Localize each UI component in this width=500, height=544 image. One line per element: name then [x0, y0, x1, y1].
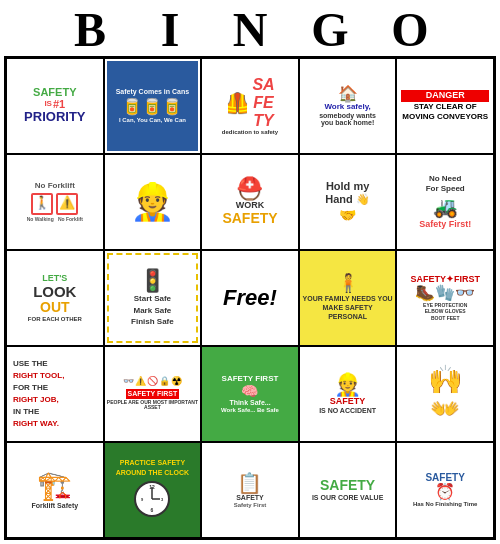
cell-pedestrian[interactable]: No Forklift 🚶 ⚠️ No Walking No Forklift	[6, 154, 104, 250]
cell-core-value[interactable]: SAFETY IS OUR CORE VALUE	[299, 442, 397, 538]
forklift-big-icon: 🏗️	[37, 471, 72, 502]
cell-hold-hand[interactable]: Hold my Hand 👋 🤝	[299, 154, 397, 250]
core-value-text: IS OUR CORE VALUE	[312, 494, 383, 502]
brain-icon: 🧠	[241, 384, 258, 399]
practice-safety-text: PRACTICE SAFETYAROUND THE CLOCK	[116, 458, 190, 476]
cell-worker-character[interactable]: 👷	[104, 154, 202, 250]
hardhat-icon: ⛑️	[236, 177, 263, 201]
cell-hands-yellow[interactable]: 🙌 👐	[396, 346, 494, 442]
worker-figure: 👷	[130, 182, 175, 222]
safety-gear-labels: EYE PROTECTIONELBOW GLOVESBOOT FEET	[423, 302, 467, 322]
cans-tagline: I Can, You Can, We Can	[119, 117, 186, 124]
people-asset-text: PEOPLE ARE OUR MOST IMPORTANT ASSET	[107, 400, 199, 411]
no-finishing-text: Has No Finishing Time	[413, 501, 478, 508]
raised-hands-icon: 🙌	[428, 365, 463, 396]
safety-icon-no: 🚫	[147, 377, 158, 387]
cell-right-tool[interactable]: USE THE RIGHT TOOL, FOR THE RIGHT JOB, I…	[6, 346, 104, 442]
safety-big-label: SAFETY	[222, 211, 277, 226]
out-text: OUT	[40, 300, 70, 315]
bingo-header: B I N G O	[4, 4, 496, 56]
clipboard-icon: 📋	[237, 472, 262, 494]
back-home-text: you back home!	[321, 119, 374, 127]
safety-last-title: SAFETY	[425, 472, 464, 483]
safety-label: SAFETY	[33, 87, 76, 98]
work-safely-text: Work safely,	[324, 103, 370, 112]
msp-text: YOUR FAMILY NEEDS YOUMAKE SAFETYPERSONAL	[303, 294, 393, 321]
svg-text:6: 6	[151, 507, 154, 513]
letter-o: O	[370, 6, 450, 54]
cell-safety-icons[interactable]: 👓 ⚠️ 🚫 🔒 ☢️ SAFETY FIRST PEOPLE ARE OUR …	[104, 346, 202, 442]
safety-first-label: Safety First!	[419, 220, 471, 230]
cell-think-safe[interactable]: SAFETY FIRST 🧠 Think Safe... Work Safe..…	[201, 346, 299, 442]
letter-n: N	[210, 6, 290, 54]
safety-gear-icons: 🥾🧤👓	[415, 284, 475, 302]
cell-free[interactable]: Free!	[201, 250, 299, 346]
safety-icon-glasses: 👓	[123, 377, 134, 387]
somebody-wants-text: somebody wants	[319, 112, 376, 120]
person-icon: 🧍	[337, 274, 359, 294]
think-safe-text: Think Safe...	[229, 399, 270, 407]
ped-footer: No Walking No Forklift	[27, 217, 83, 223]
no-accident-text: IS NO ACCIDENT	[319, 407, 376, 415]
hold-my-text: Hold my	[326, 180, 369, 193]
clap-hands-icon: 👐	[430, 396, 460, 422]
safety-icon-radiation: ☢️	[171, 377, 182, 387]
safety-big-text3: TY	[252, 112, 274, 130]
start-safe-text: Start SafeMark SafeFinish Safe	[131, 293, 174, 327]
forklift-label: Forklift Safety	[31, 502, 78, 510]
each-other-text: FOR EACH OTHER	[28, 316, 82, 323]
hand-text: Hand 👋	[325, 193, 370, 205]
home-icon: 🏠	[338, 85, 358, 103]
letter-b: B	[50, 6, 130, 54]
hardhat-person-icon: 👷	[334, 373, 361, 397]
cell-work-safety[interactable]: ⛑️ WORK SAFETY	[201, 154, 299, 250]
cell-safety-priority[interactable]: SAFETY IS #1 PRIORITY	[6, 58, 104, 154]
cell-start-safe[interactable]: 🚦 Start SafeMark SafeFinish Safe	[104, 250, 202, 346]
safety-figure-icon: 🦺	[225, 92, 250, 114]
bingo-card: B I N G O SAFETY IS #1 PRIORITY Safety C…	[0, 0, 500, 544]
safety-icon-lock: 🔒	[159, 377, 170, 387]
clock-svg: 12 3 6 9	[132, 479, 172, 519]
ped-sign-1: 🚶	[31, 193, 53, 215]
cell-safety-commitment[interactable]: 🦺 SA FE TY dedication to safety	[201, 58, 299, 154]
traffic-light-icon: 🚦	[139, 269, 166, 293]
cell-safety-cans[interactable]: Safety Comes in Cans 🥫🥫🥫 I Can, You Can,…	[104, 58, 202, 154]
docs-sub: Safety First	[234, 502, 267, 509]
cell-no-speed[interactable]: No NeedFor Speed 🚜 Safety First!	[396, 154, 494, 250]
cell-safety-last[interactable]: SAFETY ⏰ Has No Finishing Time	[396, 442, 494, 538]
free-text: Free!	[223, 286, 277, 310]
letter-g: G	[290, 6, 370, 54]
no-need-text: No NeedFor Speed	[426, 174, 465, 195]
forklift-icon: 🚜	[433, 196, 458, 218]
look-text: LOOK	[33, 284, 76, 301]
cell-danger-conveyors[interactable]: DANGER STAY CLEAR OF MOVING CONVEYORS	[396, 58, 494, 154]
danger-badge: DANGER	[401, 90, 489, 102]
cell-no-accident[interactable]: 👷 SAFETY IS NO ACCIDENT	[299, 346, 397, 442]
safety-big-text2: FE	[252, 94, 274, 112]
right-tool-text: USE THE RIGHT TOOL, FOR THE RIGHT JOB, I…	[13, 358, 64, 430]
safety-docs-label: SAFETY	[236, 494, 264, 502]
hands-icon: 🤝	[339, 208, 356, 223]
cell-make-safety-personal[interactable]: 🧍 YOUR FAMILY NEEDS YOUMAKE SAFETYPERSON…	[299, 250, 397, 346]
danger-message: STAY CLEAR OF MOVING CONVEYORS	[401, 102, 489, 121]
safety-core-text: SAFETY	[320, 478, 375, 493]
letter-i: I	[130, 6, 210, 54]
cell-safety-docs[interactable]: 📋 SAFETY Safety First	[201, 442, 299, 538]
safety-first-header: SAFETY✦FIRST	[410, 275, 480, 285]
cans-image: 🥫🥫🥫	[122, 98, 182, 116]
cell-safety-first-hands[interactable]: SAFETY✦FIRST 🥾🧤👓 EYE PROTECTIONELBOW GLO…	[396, 250, 494, 346]
bingo-grid: SAFETY IS #1 PRIORITY Safety Comes in Ca…	[4, 56, 496, 540]
clock-icon: ⏰	[435, 483, 455, 501]
ped-header: No Forklift	[35, 182, 75, 191]
priority-label: PRIORITY	[24, 110, 85, 124]
safety-icon-warning: ⚠️	[135, 377, 146, 387]
cell-look-out[interactable]: LET'S LOOK OUT FOR EACH OTHER	[6, 250, 104, 346]
cans-title: Safety Comes in Cans	[116, 88, 190, 96]
safety-big-text: SA	[252, 76, 274, 94]
cell-clock-safety[interactable]: PRACTICE SAFETYAROUND THE CLOCK 12 3 6 9	[104, 442, 202, 538]
safety-first-banner: SAFETY FIRST	[126, 389, 180, 399]
cell-work-safely[interactable]: 🏠 Work safely, somebody wants you back h…	[299, 58, 397, 154]
safety-label: SAFETY	[330, 397, 366, 407]
cell-forklift[interactable]: 🏗️ Forklift Safety	[6, 442, 104, 538]
ped-sign-2: ⚠️	[56, 193, 78, 215]
